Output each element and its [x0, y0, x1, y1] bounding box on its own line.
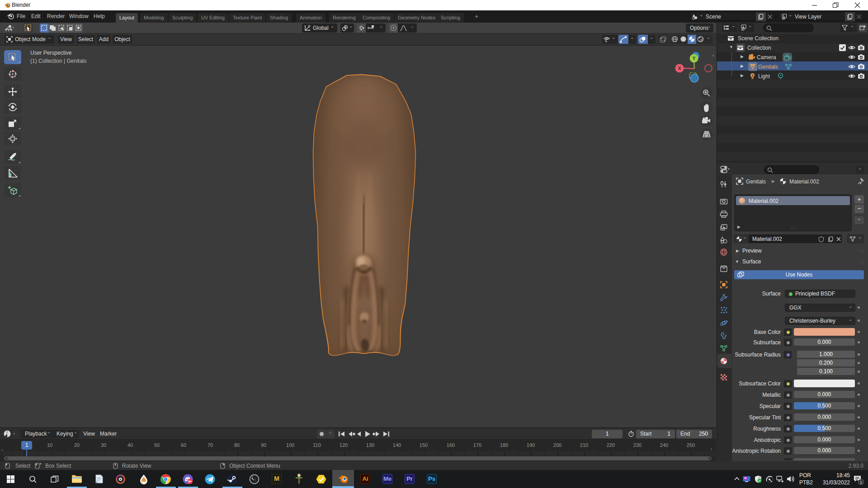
svg-text:X: X: [678, 66, 681, 71]
svg-text:60: 60: [744, 477, 747, 479]
svg-text:Y: Y: [693, 56, 696, 61]
svg-text:9+: 9+: [188, 480, 192, 483]
